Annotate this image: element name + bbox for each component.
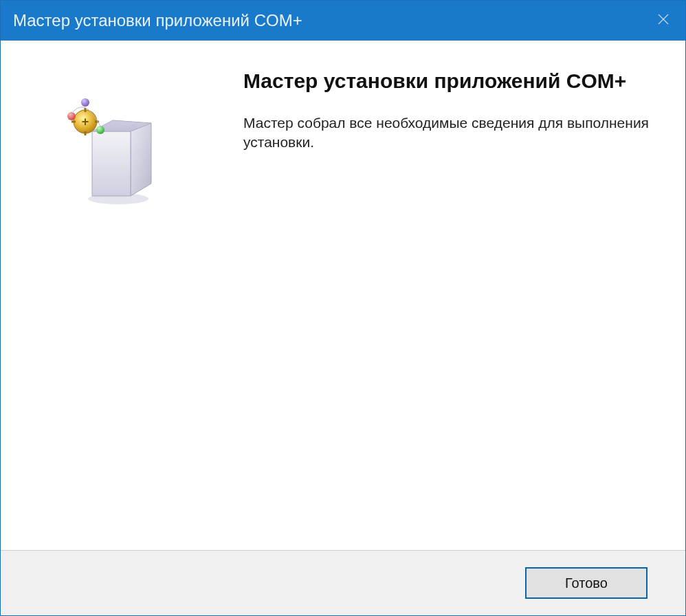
body-area: + Мастер установки приложений COM+ Масте… bbox=[1, 41, 685, 551]
content-area: Мастер установки приложений COM+ Мастер … bbox=[231, 41, 685, 550]
page-heading: Мастер установки приложений COM+ bbox=[243, 68, 658, 94]
window-title: Мастер установки приложений COM+ bbox=[13, 11, 302, 30]
svg-point-13 bbox=[67, 112, 76, 120]
close-icon bbox=[657, 13, 670, 28]
svg-point-15 bbox=[96, 126, 104, 134]
footer: Готово bbox=[1, 551, 685, 615]
finish-button[interactable]: Готово bbox=[526, 568, 647, 598]
svg-marker-3 bbox=[131, 123, 151, 196]
svg-marker-4 bbox=[92, 131, 131, 196]
wizard-window: Мастер установки приложений COM+ bbox=[0, 0, 686, 616]
titlebar: Мастер установки приложений COM+ bbox=[1, 1, 685, 41]
svg-point-14 bbox=[81, 98, 89, 107]
sidebar: + bbox=[1, 41, 231, 550]
installer-box-icon: + bbox=[65, 96, 168, 206]
page-description: Мастер собрал все необходимые сведения д… bbox=[243, 113, 658, 153]
svg-text:+: + bbox=[81, 115, 89, 129]
close-button[interactable] bbox=[652, 10, 674, 32]
